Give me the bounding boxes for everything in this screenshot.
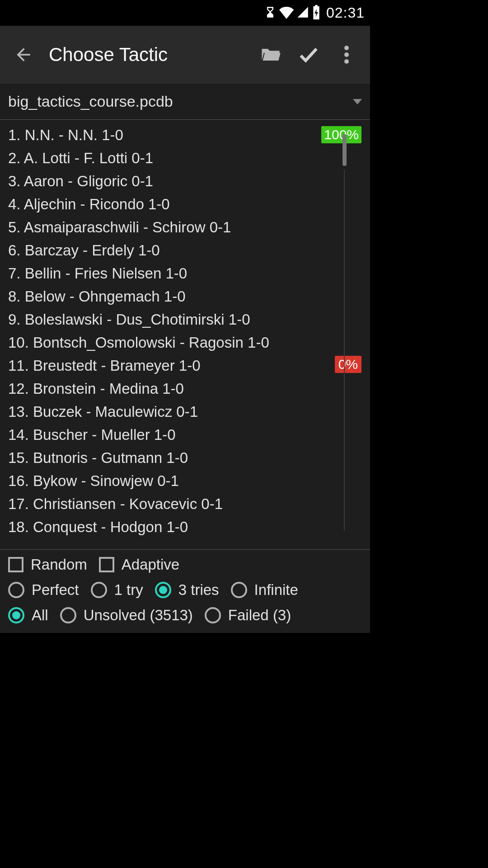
- perfect-radio[interactable]: [8, 582, 24, 598]
- list-item[interactable]: 10. Bontsch_Osmolowski - Ragosin 1-0: [8, 331, 370, 354]
- infinite-label: Infinite: [254, 581, 298, 599]
- list-item-label: 9. Boleslawski - Dus_Chotimirski 1-0: [8, 311, 370, 328]
- list-item[interactable]: 5. Asmaiparaschwili - Schirow 0-1: [8, 216, 370, 239]
- list-item[interactable]: 11. Breustedt - Brameyer 1-0: [8, 354, 370, 377]
- dropdown-triangle-icon: [353, 99, 362, 104]
- back-button[interactable]: [11, 42, 36, 67]
- list-item[interactable]: 16. Bykow - Sinowjew 0-1: [8, 469, 370, 492]
- failed-radio[interactable]: [205, 607, 221, 623]
- file-name-label: big_tactics_course.pcdb: [8, 93, 353, 110]
- list-item[interactable]: 14. Buscher - Mueller 1-0: [8, 423, 370, 446]
- all-radio[interactable]: [8, 607, 24, 623]
- list-item-label: 3. Aaron - Gligoric 0-1: [8, 173, 370, 190]
- list-item-label: 5. Asmaiparaschwili - Schirow 0-1: [8, 219, 370, 236]
- random-label: Random: [31, 556, 87, 573]
- list-item[interactable]: 17. Christiansen - Kovacevic 0-1: [8, 492, 370, 515]
- tactic-list-wrap: 1. N.N. - N.N. 1-02. A. Lotti - F. Lotti…: [0, 120, 370, 549]
- list-item-label: 13. Buczek - Maculewicz 0-1: [8, 403, 370, 420]
- list-item[interactable]: 1. N.N. - N.N. 1-0: [8, 123, 370, 146]
- list-item-label: 4. Aljechin - Ricondo 1-0: [8, 196, 370, 213]
- list-item-label: 15. Butnoris - Gutmann 1-0: [8, 449, 370, 467]
- hourglass-icon: [264, 6, 277, 20]
- three-tries-label: 3 tries: [178, 581, 219, 599]
- list-item-label: 6. Barczay - Erdely 1-0: [8, 242, 370, 259]
- svg-point-0: [344, 46, 349, 50]
- unsolved-radio[interactable]: [60, 607, 76, 623]
- list-item[interactable]: 18. Conquest - Hodgon 1-0: [8, 515, 370, 538]
- list-item[interactable]: 6. Barczay - Erdely 1-0: [8, 239, 370, 262]
- adaptive-checkbox[interactable]: [99, 557, 114, 572]
- list-item[interactable]: 8. Below - Ohngemach 1-0: [8, 285, 370, 308]
- list-item[interactable]: 7. Bellin - Fries Nielsen 1-0: [8, 262, 370, 285]
- wifi-icon: [279, 5, 294, 21]
- list-item-label: 2. A. Lotti - F. Lotti 0-1: [8, 150, 370, 167]
- open-folder-button[interactable]: [258, 42, 283, 67]
- list-item[interactable]: 15. Butnoris - Gutmann 1-0: [8, 446, 370, 469]
- svg-point-2: [344, 59, 349, 64]
- three-tries-radio[interactable]: [155, 582, 171, 598]
- status-bar: 02:31: [0, 0, 370, 26]
- svg-point-1: [344, 52, 349, 57]
- list-item[interactable]: 13. Buczek - Maculewicz 0-1: [8, 400, 370, 423]
- list-item[interactable]: 2. A. Lotti - F. Lotti 0-1: [8, 146, 370, 170]
- list-item[interactable]: 3. Aaron - Gligoric 0-1: [8, 170, 370, 193]
- app-toolbar: Choose Tactic: [0, 26, 370, 84]
- list-item[interactable]: 9. Boleslawski - Dus_Chotimirski 1-0: [8, 308, 370, 331]
- scrollbar-track: [344, 170, 345, 531]
- progress-badge-100: 100%: [321, 126, 361, 143]
- list-item-label: 11. Breustedt - Brameyer 1-0: [8, 357, 370, 374]
- bottom-controls: Random Adaptive Perfect 1 try 3 tries In…: [0, 549, 370, 633]
- file-select-dropdown[interactable]: big_tactics_course.pcdb: [0, 84, 370, 120]
- infinite-radio[interactable]: [231, 582, 247, 598]
- tactic-list[interactable]: 1. N.N. - N.N. 1-02. A. Lotti - F. Lotti…: [0, 120, 370, 549]
- list-item[interactable]: 4. Aljechin - Ricondo 1-0: [8, 193, 370, 216]
- page-title: Choose Tactic: [49, 44, 245, 66]
- list-item-label: 14. Buscher - Mueller 1-0: [8, 426, 370, 443]
- progress-badge-0: 0%: [335, 356, 361, 373]
- list-item-label: 8. Below - Ohngemach 1-0: [8, 288, 370, 305]
- cell-signal-icon: [296, 6, 309, 20]
- list-item-label: 10. Bontsch_Osmolowski - Ragosin 1-0: [8, 334, 370, 351]
- clock-text: 02:31: [326, 5, 365, 21]
- list-item-label: 12. Bronstein - Medina 1-0: [8, 380, 370, 397]
- overflow-menu-button[interactable]: [334, 42, 359, 67]
- one-try-radio[interactable]: [91, 582, 107, 598]
- list-item-label: 16. Bykow - Sinowjew 0-1: [8, 472, 370, 490]
- random-checkbox[interactable]: [8, 557, 23, 572]
- confirm-button[interactable]: [296, 42, 321, 67]
- unsolved-label: Unsolved (3513): [84, 607, 193, 624]
- list-item-label: 18. Conquest - Hodgon 1-0: [8, 519, 370, 536]
- one-try-label: 1 try: [114, 581, 143, 599]
- list-item-label: 17. Christiansen - Kovacevic 0-1: [8, 495, 370, 513]
- list-item[interactable]: 12. Bronstein - Medina 1-0: [8, 377, 370, 400]
- failed-label: Failed (3): [228, 607, 291, 624]
- list-item-label: 1. N.N. - N.N. 1-0: [8, 127, 370, 144]
- perfect-label: Perfect: [32, 581, 79, 599]
- scrollbar-thumb[interactable]: [343, 134, 347, 166]
- battery-charging-icon: [312, 5, 321, 21]
- adaptive-label: Adaptive: [122, 556, 179, 573]
- all-label: All: [32, 607, 48, 624]
- list-item-label: 7. Bellin - Fries Nielsen 1-0: [8, 265, 370, 282]
